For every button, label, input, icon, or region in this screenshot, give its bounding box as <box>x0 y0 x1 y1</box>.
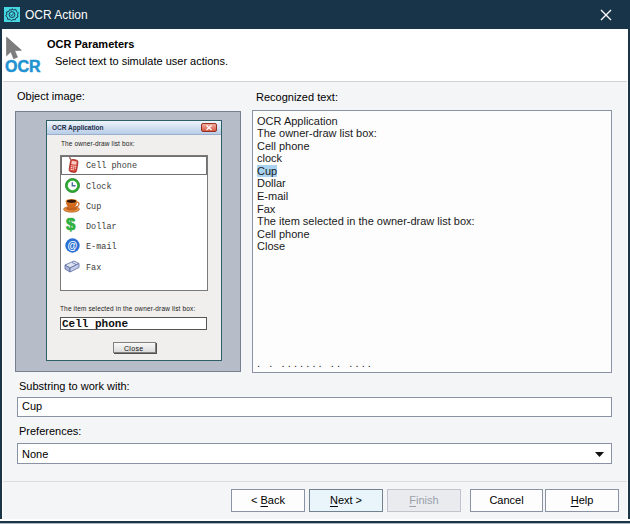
svg-text:@: @ <box>68 240 78 251</box>
